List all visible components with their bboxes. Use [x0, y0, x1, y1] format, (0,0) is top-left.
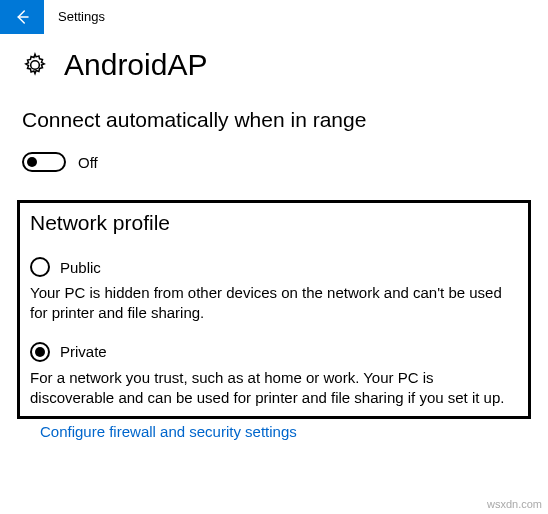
network-name: AndroidAP [64, 48, 207, 82]
radio-public[interactable]: Public [30, 257, 518, 277]
radio-circle-icon [30, 257, 50, 277]
back-arrow-icon [13, 8, 31, 26]
toggle-state-label: Off [78, 154, 98, 171]
watermark: wsxdn.com [487, 498, 542, 510]
radio-desc-private: For a network you trust, such as at home… [30, 368, 518, 409]
gear-icon [22, 52, 48, 78]
back-button[interactable] [0, 0, 44, 34]
network-profile-section: Network profile Public Your PC is hidden… [17, 200, 531, 419]
titlebar: Settings [0, 0, 548, 34]
network-profile-heading: Network profile [30, 211, 518, 235]
radio-dot-icon [35, 347, 45, 357]
window-title: Settings [58, 9, 105, 24]
radio-circle-icon [30, 342, 50, 362]
firewall-settings-link[interactable]: Configure firewall and security settings [40, 423, 526, 440]
radio-private[interactable]: Private [30, 342, 518, 362]
radio-label-private: Private [60, 343, 107, 360]
radio-desc-public: Your PC is hidden from other devices on … [30, 283, 518, 324]
network-header: AndroidAP [22, 48, 526, 82]
radio-label-public: Public [60, 259, 101, 276]
auto-connect-heading: Connect automatically when in range [22, 108, 526, 132]
auto-connect-toggle[interactable] [22, 152, 66, 172]
